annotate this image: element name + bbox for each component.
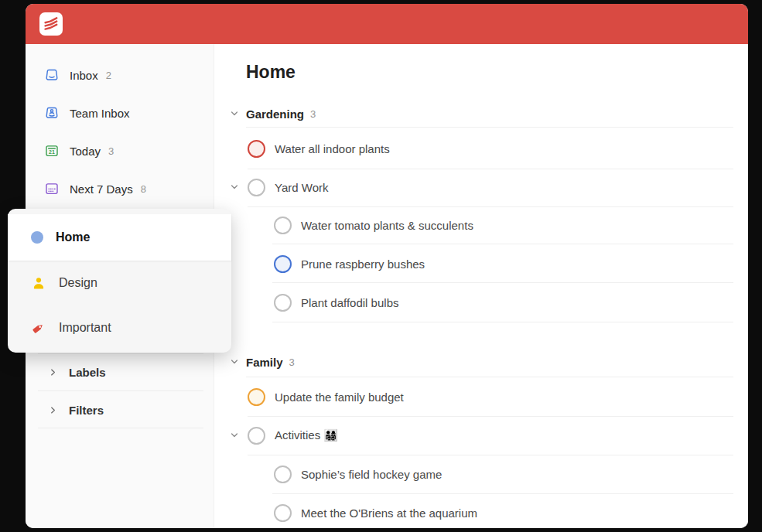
sidebar-item-next-7-days[interactable]: Next 7 Days 8 <box>26 176 214 201</box>
sidebar-item-today[interactable]: 21 Today 3 <box>26 138 214 163</box>
sidebar-item-count: 8 <box>141 183 146 195</box>
sidebar-item-label: Team Inbox <box>70 107 130 120</box>
divider <box>38 353 203 354</box>
section-count: 3 <box>310 108 316 120</box>
task-row[interactable]: Plant daffodil bulbs <box>274 290 398 315</box>
section-header-family[interactable]: Family 3 <box>230 350 295 374</box>
divider <box>248 206 733 207</box>
svg-text:21: 21 <box>49 149 55 155</box>
divider <box>248 169 733 169</box>
section-name: Gardening <box>246 107 304 121</box>
sidebar-item-count: 3 <box>108 145 114 157</box>
chevron-down-icon[interactable] <box>230 431 239 440</box>
task-label: Water tomato plants & succulents <box>301 219 473 232</box>
chevron-down-icon[interactable] <box>230 357 239 367</box>
divider <box>272 493 733 494</box>
tag-icon <box>31 320 46 336</box>
task-row[interactable]: Activities 👨‍👩‍👧‍👦 <box>248 423 338 448</box>
task-checkbox[interactable] <box>274 504 292 522</box>
sidebar-item-label: Next 7 Days <box>70 182 133 196</box>
sidebar-group-label: Filters <box>69 404 104 417</box>
divider <box>272 244 733 244</box>
task-label: Yard Work <box>275 181 328 194</box>
task-checkbox-priority2[interactable] <box>248 388 265 406</box>
divider <box>248 416 733 417</box>
divider <box>272 282 733 283</box>
app-header <box>26 4 748 44</box>
popover-item-label: Important <box>59 321 111 335</box>
task-row[interactable]: Prune raspberry bushes <box>274 251 425 276</box>
task-checkbox[interactable] <box>274 294 292 312</box>
todoist-logo[interactable] <box>39 12 63 36</box>
person-icon <box>31 275 46 291</box>
chevron-right-icon <box>49 406 57 414</box>
page-title: Home <box>246 60 296 84</box>
section-header-gardening[interactable]: Gardening 3 <box>230 101 316 126</box>
main-content: Home Gardening 3 Water all indoor plants… <box>214 44 748 528</box>
task-row[interactable]: Meet the O'Briens at the aquarium <box>274 500 477 525</box>
sidebar-group-label: Labels <box>69 366 106 379</box>
sidebar-item-label: Today <box>70 145 101 158</box>
divider <box>272 322 733 322</box>
task-checkbox-priority1[interactable] <box>248 140 265 158</box>
task-row[interactable]: Water all indoor plants <box>248 136 390 161</box>
task-label: Water all indoor plants <box>275 142 390 155</box>
task-checkbox[interactable] <box>274 217 292 234</box>
task-checkbox[interactable] <box>248 179 265 196</box>
chevron-down-icon[interactable] <box>230 109 239 118</box>
task-label: Plant daffodil bulbs <box>301 296 398 309</box>
task-label: Update the family budget <box>275 390 404 404</box>
section-count: 3 <box>289 356 295 368</box>
sidebar-item-count: 2 <box>106 70 111 81</box>
sidebar-item-label: Inbox <box>70 69 98 82</box>
sidebar-item-team-inbox[interactable]: Team Inbox <box>26 101 214 125</box>
chevron-right-icon <box>49 368 57 377</box>
calendar-today-icon: 21 <box>44 143 60 159</box>
divider <box>246 127 733 128</box>
task-label: Activities 👨‍👩‍👧‍👦 <box>275 428 338 442</box>
todoist-logo-icon <box>42 15 60 33</box>
sidebar-item-inbox[interactable]: Inbox 2 <box>26 63 214 87</box>
task-label: Sophie’s field hockey game <box>301 468 442 481</box>
task-row[interactable]: Update the family budget <box>248 384 404 409</box>
popover-item-design[interactable]: Design <box>8 261 231 305</box>
team-inbox-icon <box>44 105 60 121</box>
sidebar-group-labels[interactable]: Labels <box>26 360 214 384</box>
task-checkbox-priority4[interactable] <box>274 255 292 273</box>
divider <box>248 455 733 455</box>
section-name: Family <box>246 356 283 369</box>
popover-item-important[interactable]: Important <box>8 305 231 350</box>
project-popover: Home Design Important <box>8 209 231 353</box>
divider <box>38 390 203 391</box>
project-color-dot <box>31 231 43 244</box>
sidebar-group-filters[interactable]: Filters <box>26 397 214 422</box>
task-label: Prune raspberry bushes <box>301 257 425 271</box>
task-checkbox[interactable] <box>248 427 265 445</box>
chevron-down-icon[interactable] <box>230 182 239 192</box>
task-row[interactable]: Water tomato plants & succulents <box>274 213 473 237</box>
popover-item-label: Design <box>59 276 97 290</box>
task-label: Meet the O'Briens at the aquarium <box>301 506 477 520</box>
calendar-week-icon <box>44 181 60 196</box>
task-row[interactable]: Sophie’s field hockey game <box>274 462 442 486</box>
task-row[interactable]: Yard Work <box>248 175 328 200</box>
divider <box>38 428 203 428</box>
popover-item-label: Home <box>56 230 90 244</box>
popover-item-home[interactable]: Home <box>8 214 231 261</box>
inbox-icon <box>44 67 60 83</box>
task-checkbox[interactable] <box>274 466 292 483</box>
divider <box>246 377 733 377</box>
